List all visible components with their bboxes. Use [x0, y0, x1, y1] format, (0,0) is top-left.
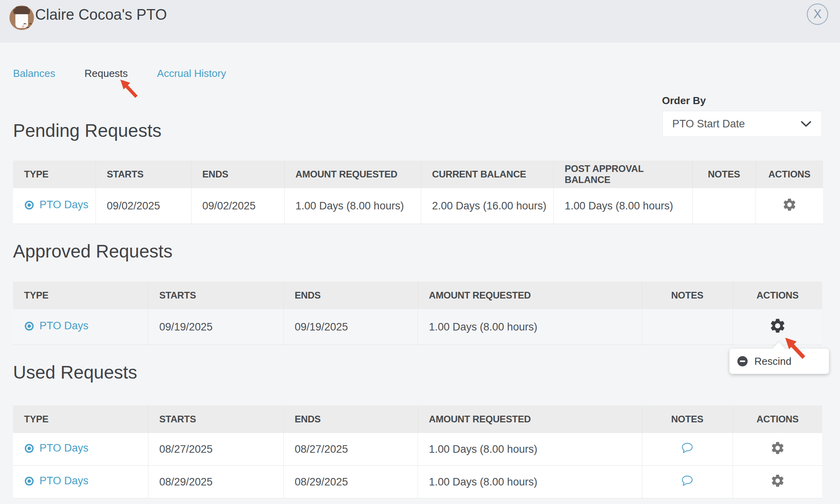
col-post-approval-balance: POST APPROVAL BALANCE	[553, 161, 692, 188]
gear-icon[interactable]	[770, 473, 785, 488]
notes-cell	[642, 466, 733, 498]
starts-cell: 08/27/2025	[148, 433, 283, 466]
col-type: TYPE	[13, 405, 148, 433]
col-current-balance: CURRENT BALANCE	[421, 161, 553, 188]
chevron-down-icon	[801, 121, 811, 127]
table-row: PTO Days 08/29/2025 08/29/2025 1.00 Days…	[13, 466, 822, 498]
actions-cell	[756, 188, 823, 224]
pto-modal: Claire Cocoa's PTO X Balances Requests A…	[0, 0, 840, 504]
col-type: TYPE	[13, 161, 96, 188]
used-requests-heading: Used Requests	[13, 361, 137, 384]
amount-requested-cell: 1.00 Days (8.00 hours)	[284, 188, 421, 224]
close-x-icon: X	[814, 7, 822, 21]
note-bubble-icon[interactable]	[681, 475, 694, 487]
close-button[interactable]: X	[807, 4, 828, 25]
amount-requested-cell: 1.00 Days (8.00 hours)	[418, 466, 642, 498]
rescind-menu-item[interactable]: Rescind	[729, 349, 829, 374]
notes-cell	[642, 433, 733, 466]
pending-header-row: TYPE STARTS ENDS AMOUNT REQUESTED CURREN…	[13, 161, 823, 188]
col-ends: ENDS	[283, 282, 418, 309]
notes-cell	[692, 188, 756, 224]
pending-requests-heading: Pending Requests	[13, 119, 161, 142]
gear-icon[interactable]	[769, 317, 786, 334]
type-cell: PTO Days	[13, 188, 96, 224]
table-row: PTO Days 09/19/2025 09/19/2025 1.00 Days…	[13, 309, 822, 345]
amount-requested-cell: 1.00 Days (8.00 hours)	[418, 433, 642, 466]
pto-days-link[interactable]: PTO Days	[24, 442, 88, 454]
red-arrow-gear	[782, 336, 809, 360]
table-row: PTO Days 09/02/2025 09/02/2025 1.00 Days…	[13, 188, 823, 224]
col-amount-requested: AMOUNT REQUESTED	[418, 405, 642, 433]
bullseye-icon	[24, 476, 34, 486]
starts-cell: 09/02/2025	[96, 188, 191, 224]
table-row: PTO Days 08/27/2025 08/27/2025 1.00 Days…	[13, 433, 822, 466]
used-requests-table: TYPE STARTS ENDS AMOUNT REQUESTED NOTES …	[13, 405, 822, 498]
col-actions: ACTIONS	[733, 405, 822, 433]
page-title: Claire Cocoa's PTO	[35, 6, 167, 24]
approved-requests-table: TYPE STARTS ENDS AMOUNT REQUESTED NOTES …	[13, 282, 822, 345]
col-ends: ENDS	[191, 161, 284, 188]
avatar	[9, 6, 34, 30]
col-starts: STARTS	[96, 161, 191, 188]
tab-accrual-history[interactable]: Accrual History	[157, 67, 226, 80]
ends-cell: 08/29/2025	[283, 466, 418, 498]
actions-cell	[733, 466, 822, 498]
order-by-label: Order By	[662, 95, 706, 107]
gear-icon[interactable]	[782, 197, 797, 212]
cocoa-cup-icon	[15, 12, 28, 28]
modal-header: Claire Cocoa's PTO X	[0, 0, 840, 43]
actions-cell	[733, 433, 822, 466]
col-notes: NOTES	[692, 161, 756, 188]
col-actions: ACTIONS	[756, 161, 823, 188]
red-arrow-requests-tab	[118, 78, 141, 99]
order-by-select[interactable]: PTO Start Date	[662, 111, 822, 137]
pto-days-link[interactable]: PTO Days	[24, 199, 88, 211]
col-starts: STARTS	[148, 282, 283, 309]
col-type: TYPE	[13, 282, 148, 309]
col-actions: ACTIONS	[733, 282, 822, 309]
used-header-row: TYPE STARTS ENDS AMOUNT REQUESTED NOTES …	[13, 405, 822, 433]
approved-requests-heading: Approved Requests	[13, 240, 172, 263]
ends-cell: 08/27/2025	[283, 433, 418, 466]
ends-cell: 09/19/2025	[283, 309, 418, 345]
pto-days-link[interactable]: PTO Days	[24, 475, 88, 487]
pending-requests-table: TYPE STARTS ENDS AMOUNT REQUESTED CURREN…	[13, 161, 823, 224]
gear-icon[interactable]	[770, 441, 785, 455]
tab-balances[interactable]: Balances	[13, 67, 55, 80]
bullseye-icon	[24, 200, 34, 210]
col-starts: STARTS	[148, 405, 283, 433]
col-ends: ENDS	[283, 405, 418, 433]
bullseye-icon	[24, 321, 34, 331]
ends-cell: 09/02/2025	[191, 188, 284, 224]
amount-requested-cell: 1.00 Days (8.00 hours)	[418, 309, 642, 345]
actions-popup: Rescind	[729, 349, 829, 374]
pto-days-link[interactable]: PTO Days	[24, 320, 88, 332]
col-notes: NOTES	[642, 405, 733, 433]
bullseye-icon	[24, 443, 34, 454]
post-approval-balance-cell: 1.00 Days (8.00 hours)	[553, 188, 692, 224]
col-amount-requested: AMOUNT REQUESTED	[284, 161, 421, 188]
type-cell: PTO Days	[13, 466, 148, 498]
col-notes: NOTES	[642, 282, 733, 309]
order-by-selected-value: PTO Start Date	[672, 111, 745, 136]
approved-header-row: TYPE STARTS ENDS AMOUNT REQUESTED NOTES …	[13, 282, 822, 309]
current-balance-cell: 2.00 Days (16.00 hours)	[421, 188, 553, 224]
col-amount-requested: AMOUNT REQUESTED	[418, 282, 642, 309]
type-cell: PTO Days	[13, 309, 148, 345]
starts-cell: 08/29/2025	[148, 466, 283, 498]
type-cell: PTO Days	[13, 433, 148, 466]
notes-cell	[642, 309, 733, 345]
note-bubble-icon[interactable]	[681, 442, 694, 454]
starts-cell: 09/19/2025	[148, 309, 283, 345]
minus-circle-icon	[737, 356, 748, 366]
